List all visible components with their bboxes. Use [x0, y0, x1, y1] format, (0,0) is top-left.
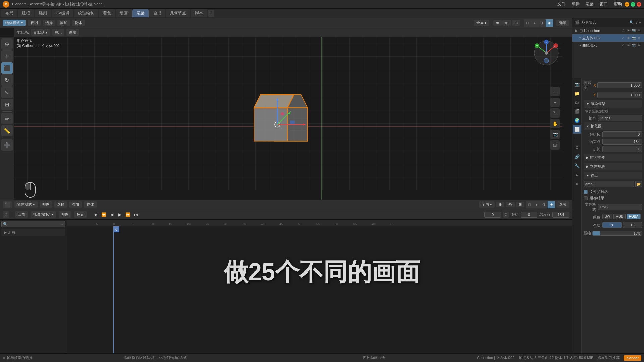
- solid-btn-bottom[interactable]: ●: [533, 201, 540, 208]
- toolbar-move-btn[interactable]: ✛: [1, 50, 13, 62]
- viewport-mode-dropdown[interactable]: 物体模式 ▾: [14, 201, 38, 208]
- step-back-btn[interactable]: ⏪: [100, 211, 107, 218]
- toolbar-annotate-btn[interactable]: ✏: [1, 113, 13, 124]
- output-section-header[interactable]: ▼ 输出: [584, 172, 642, 179]
- zoom-in-btn[interactable]: +: [550, 87, 560, 96]
- menu-edit[interactable]: 编辑: [569, 1, 582, 8]
- curve-freeze-btn[interactable]: ❄: [637, 43, 641, 48]
- toolbar-add-btn[interactable]: ➕: [1, 139, 13, 151]
- play-btn[interactable]: ▶: [116, 211, 123, 218]
- curve-visibility-btn[interactable]: ✓: [621, 43, 625, 48]
- props-viewlayer-btn[interactable]: 🗂: [573, 98, 581, 107]
- add-menu-btn[interactable]: 添加: [57, 20, 70, 26]
- timeline-search-input[interactable]: [8, 222, 60, 226]
- pan-btn[interactable]: ✋: [550, 119, 560, 128]
- play-reverse-btn[interactable]: ◀: [108, 211, 115, 218]
- object-type-icon[interactable]: ⬛: [3, 201, 12, 208]
- view-menu-btn[interactable]: 视图: [28, 20, 41, 26]
- aspect-y-value[interactable]: 1.000: [597, 92, 642, 98]
- tab-scripting[interactable]: 脚本: [191, 9, 207, 17]
- material-shading-btn[interactable]: ◑: [538, 19, 546, 27]
- toolbar-rotate-btn[interactable]: ↻: [1, 74, 13, 86]
- toolbar-transform-btn[interactable]: ⊞: [1, 99, 13, 110]
- window-close-button[interactable]: ✕: [637, 2, 641, 7]
- start-frame-input[interactable]: 0: [521, 212, 537, 218]
- toolbar-cursor-btn[interactable]: ⊕: [1, 38, 13, 50]
- props-world-btn[interactable]: 🌍: [573, 116, 581, 125]
- props-particles-btn[interactable]: ·: [573, 134, 581, 143]
- end-frame-input[interactable]: 184: [552, 212, 569, 218]
- coord-system-dropdown[interactable]: ⊕ 默认 ▾: [31, 29, 50, 36]
- window-minimize-button[interactable]: —: [625, 2, 629, 7]
- select-btn-bottom[interactable]: 选择: [54, 201, 67, 208]
- render-section-header[interactable]: ▼ 渲染框架: [584, 100, 642, 108]
- outliner-cube-row[interactable]: □ 立方体.002 ✓ 👁 📷 ❄: [572, 34, 644, 42]
- outliner-options-icon[interactable]: ≡: [639, 20, 641, 25]
- wireframe-btn-bottom[interactable]: ◻: [526, 201, 533, 208]
- timeline-icon[interactable]: ⏱: [3, 211, 9, 218]
- viewport-3d[interactable]: X Y Z + −: [14, 37, 562, 200]
- tab-animation[interactable]: 动画: [116, 9, 132, 17]
- collection-eye-btn[interactable]: 👁: [626, 28, 631, 33]
- outliner-filter-icon[interactable]: ⊽: [635, 20, 638, 25]
- tab-sculpting[interactable]: 雕刻: [35, 9, 51, 17]
- navigation-gizmo[interactable]: X Y Z: [533, 40, 560, 66]
- select-menu-btn[interactable]: 选择: [43, 20, 55, 26]
- global-dropdown[interactable]: 全局 ▾: [474, 20, 489, 26]
- start-frame-value[interactable]: 0: [602, 131, 642, 137]
- playback-btn[interactable]: 回放: [15, 211, 28, 218]
- toolbar-measure-btn[interactable]: 📏: [1, 125, 13, 136]
- props-object-btn[interactable]: ⬜: [573, 125, 581, 134]
- fps-select[interactable]: 25 fps: [598, 115, 642, 121]
- bit-16-btn[interactable]: 16: [623, 222, 642, 228]
- toolbar-scale-btn[interactable]: ⤡: [1, 86, 13, 98]
- props-physics-btn[interactable]: ⚙: [573, 143, 581, 152]
- solid-shading-btn[interactable]: ●: [531, 19, 538, 27]
- object-btn-bottom[interactable]: 物体: [84, 201, 97, 208]
- options-btn-bottom[interactable]: 选项: [556, 201, 569, 208]
- props-modifier-btn[interactable]: 🔧: [573, 161, 581, 170]
- tab-shading[interactable]: 着色: [99, 9, 115, 17]
- viewport-options-btn[interactable]: 选项: [556, 20, 569, 26]
- outliner-curve-row[interactable]: ~ 曲线演示 ✓ 👁 📷 ❄: [572, 42, 644, 49]
- tab-uv-editing[interactable]: UV编辑: [52, 9, 73, 17]
- curve-render-btn[interactable]: 📷: [631, 43, 636, 48]
- props-render-btn[interactable]: 📷: [573, 80, 581, 88]
- proportional-edit-btn[interactable]: ◎: [502, 20, 511, 26]
- props-scene-btn[interactable]: 🎬: [573, 107, 581, 116]
- snap-toggle-bottom[interactable]: ⊕: [496, 202, 504, 207]
- props-material-btn[interactable]: ●: [573, 179, 581, 188]
- overlay-toggle-bottom[interactable]: ⊞: [516, 202, 524, 207]
- compress-bar[interactable]: 15%: [592, 231, 642, 236]
- menu-window[interactable]: 窗口: [597, 1, 610, 8]
- render-btn-bottom[interactable]: ◈: [548, 201, 555, 208]
- proportional-bottom[interactable]: ◎: [506, 202, 515, 207]
- bw-color-btn[interactable]: BW: [602, 214, 612, 219]
- zoom-out-btn[interactable]: −: [550, 98, 560, 107]
- view-btn-bottom[interactable]: 视图: [40, 201, 52, 208]
- tab-layout[interactable]: 布局: [1, 9, 17, 17]
- collection-render-btn[interactable]: 📷: [631, 28, 636, 33]
- step-value[interactable]: 1: [602, 146, 642, 152]
- cube-render-btn[interactable]: 📷: [631, 36, 636, 40]
- material-btn-bottom[interactable]: ◑: [540, 201, 548, 208]
- snap-btn[interactable]: ⊕: [493, 20, 502, 26]
- cache-checkbox[interactable]: [584, 196, 588, 200]
- grid-btn[interactable]: ⊞: [550, 140, 560, 150]
- toolbar-select-btn[interactable]: ⬛: [1, 62, 13, 74]
- window-maximize-button[interactable]: □: [631, 2, 635, 7]
- add-workspace-button[interactable]: +: [208, 10, 214, 17]
- jump-start-btn[interactable]: ⏮: [92, 211, 99, 218]
- object-mode-dropdown[interactable]: 物体模式 ▾: [3, 20, 26, 26]
- wireframe-shading-btn[interactable]: ◻: [524, 19, 531, 27]
- bit-8-btn[interactable]: 8: [602, 222, 622, 228]
- view-btn-tl[interactable]: 视图: [59, 211, 71, 218]
- local-global-toggle[interactable]: 全局▾: [479, 201, 495, 208]
- menu-render[interactable]: 渲染: [583, 1, 596, 8]
- frame-range-header[interactable]: ▼ 帧范围: [584, 122, 642, 130]
- capture-btn[interactable]: 抓像(插帧) ▾: [31, 211, 56, 218]
- rendered-shading-btn[interactable]: ◈: [546, 19, 553, 27]
- outliner-collection-row[interactable]: ▶ ◫ Collection ✓ 👁 📷 ❄: [572, 27, 644, 34]
- outliner-search-icon[interactable]: 🔍: [629, 20, 634, 25]
- rgba-color-btn[interactable]: RGBA: [627, 214, 641, 219]
